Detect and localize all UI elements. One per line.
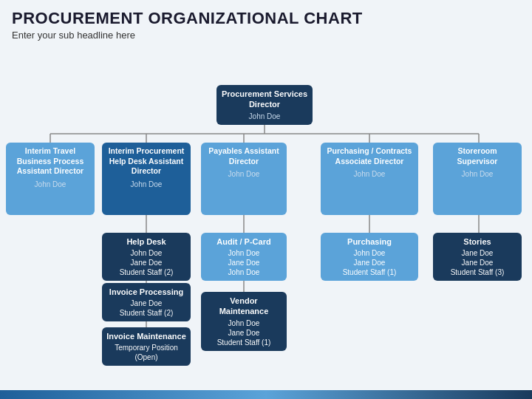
- page-title: PROCUREMENT ORGANIZATIONAL CHART: [0, 0, 532, 30]
- interim-help-name: John Doe: [106, 180, 186, 189]
- payables-box: Payables Assistant Director John Doe: [201, 143, 287, 215]
- director-name: John Doe: [221, 112, 308, 121]
- stories-box: Stories Jane Doe Jane Doe Student Staff …: [433, 233, 522, 281]
- stories-label: Stories: [437, 236, 517, 247]
- storeroom-title: Storeroom Supervisor: [437, 146, 517, 166]
- interim-travel-title: Interim Travel Business Process Assistan…: [10, 146, 90, 177]
- invoice-processing-staff: Jane Doe Student Staff (2): [106, 299, 186, 318]
- storeroom-box: Storeroom Supervisor John Doe: [433, 143, 522, 215]
- purchasing-title: Purchasing / Contracts Associate Directo…: [325, 146, 414, 166]
- interim-help-box: Interim Procurement Help Desk Assistant …: [102, 143, 191, 215]
- invoice-maintenance-label: Invoice Maintenance: [106, 331, 186, 341]
- director-title: Procurement Services Director: [221, 89, 308, 110]
- vendor-maintenance-staff: John Doe Jane Doe Student Staff (1): [205, 318, 282, 347]
- bottom-bar: [0, 390, 532, 399]
- purchasing-name: John Doe: [325, 169, 414, 179]
- vendor-maintenance-label: Vendor Maintenance: [205, 296, 282, 317]
- invoice-processing-box: Invoice Processing Jane Doe Student Staf…: [102, 283, 191, 321]
- page-subtitle: Enter your sub headline here: [0, 30, 532, 47]
- interim-travel-name: John Doe: [10, 180, 90, 189]
- storeroom-name: John Doe: [437, 169, 517, 179]
- audit-pcard-staff: John Doe Jane Doe John Doe: [205, 248, 282, 277]
- help-desk-label: Help Desk: [106, 236, 186, 247]
- purchasing-dept-label: Purchasing: [325, 236, 414, 247]
- invoice-maintenance-staff: Temporary Position (Open): [106, 343, 186, 362]
- payables-name: John Doe: [205, 169, 282, 179]
- purchasing-dept-box: Purchasing John Doe Jane Doe Student Sta…: [321, 233, 418, 281]
- help-desk-box: Help Desk John Doe Jane Doe Student Staf…: [102, 233, 191, 281]
- help-desk-staff: John Doe Jane Doe Student Staff (2): [106, 248, 186, 277]
- payables-title: Payables Assistant Director: [205, 146, 282, 166]
- audit-pcard-label: Audit / P-Card: [205, 236, 282, 247]
- purchasing-contracts-box: Purchasing / Contracts Associate Directo…: [321, 143, 418, 215]
- purchasing-dept-staff: John Doe Jane Doe Student Staff (1): [325, 248, 414, 277]
- audit-pcard-box: Audit / P-Card John Doe Jane Doe John Do…: [201, 233, 287, 281]
- interim-help-title: Interim Procurement Help Desk Assistant …: [106, 146, 186, 177]
- stories-staff: Jane Doe Jane Doe Student Staff (3): [437, 248, 517, 277]
- interim-travel-box: Interim Travel Business Process Assistan…: [6, 143, 95, 215]
- director-box: Procurement Services Director John Doe: [216, 85, 313, 125]
- invoice-maintenance-box: Invoice Maintenance Temporary Position (…: [102, 327, 191, 366]
- vendor-maintenance-box: Vendor Maintenance John Doe Jane Doe Stu…: [201, 292, 287, 351]
- invoice-processing-label: Invoice Processing: [106, 287, 186, 297]
